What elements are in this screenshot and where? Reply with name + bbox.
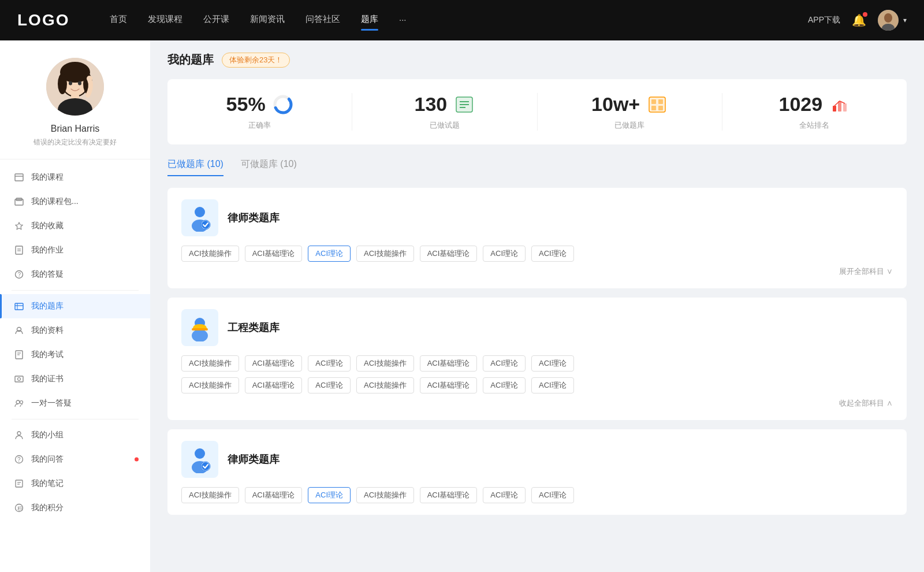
- bank-tag[interactable]: ACI技能操作: [356, 355, 414, 372]
- bank-card-header: 律师类题库: [181, 199, 893, 236]
- bank-tag[interactable]: ACI理论: [483, 377, 526, 393]
- bank-tags-lawyer-2: ACI技能操作 ACI基础理论 ACI理论 ACI技能操作 ACI基础理论 AC…: [181, 487, 893, 503]
- bank-tag[interactable]: ACI理论: [531, 246, 574, 262]
- notification-dot: [863, 12, 867, 17]
- sidebar-item-tutor[interactable]: 一对一答疑: [0, 391, 150, 415]
- bank-tag[interactable]: ACI技能操作: [181, 246, 239, 262]
- bank-expand-lawyer-1[interactable]: 展开全部科目 ∨: [181, 266, 893, 277]
- main-nav: 首页 发现课程 公开课 新闻资讯 问答社区 题库 ···: [110, 14, 808, 27]
- nav-bank[interactable]: 题库: [361, 14, 378, 27]
- sidebar-item-bank-label: 我的题库: [31, 301, 64, 311]
- stat-accuracy-top: 55%: [226, 93, 293, 116]
- logo[interactable]: LOGO: [17, 11, 75, 29]
- sidebar-item-group[interactable]: 我的小组: [0, 423, 150, 447]
- sidebar-item-package[interactable]: 我的课程包...: [0, 190, 150, 214]
- svg-point-45: [278, 99, 288, 110]
- app-download-link[interactable]: APP下载: [808, 15, 840, 25]
- bank-card-lawyer-2: 律师类题库 ACI技能操作 ACI基础理论 ACI理论 ACI技能操作 ACI基…: [167, 429, 907, 515]
- bank-expand-engineer[interactable]: 收起全部科目 ∧: [181, 398, 893, 408]
- bank-tag[interactable]: ACI基础理论: [420, 355, 478, 372]
- nav-more[interactable]: ···: [399, 14, 407, 27]
- tab-done[interactable]: 已做题库 (10): [167, 158, 223, 176]
- nav-discover[interactable]: 发现课程: [148, 14, 182, 27]
- stat-rank: 1029 全站排名: [722, 93, 907, 131]
- bar-chart-icon: [829, 94, 850, 115]
- page-title: 我的题库: [167, 52, 214, 68]
- bank-tag[interactable]: ACI技能操作: [356, 246, 414, 262]
- bank-tag[interactable]: ACI基础理论: [420, 246, 478, 262]
- sidebar-item-package-label: 我的课程包...: [31, 196, 79, 207]
- bank-tag[interactable]: ACI技能操作: [356, 377, 414, 393]
- sidebar-item-favorites[interactable]: 我的收藏: [0, 214, 150, 238]
- svg-point-1: [884, 13, 892, 23]
- question-icon: ?: [14, 269, 24, 280]
- sidebar-item-points[interactable]: 积 我的积分: [0, 496, 150, 520]
- tabs: 已做题库 (10) 可做题库 (10): [167, 158, 907, 176]
- bank-tag[interactable]: ACI理论: [531, 377, 574, 393]
- svg-rect-57: [833, 106, 836, 112]
- bank-card-engineer: 工程类题库 ACI技能操作 ACI基础理论 ACI理论 ACI技能操作 ACI基…: [167, 298, 907, 420]
- bank-tag[interactable]: ACI理论: [308, 355, 351, 372]
- svg-rect-38: [16, 480, 23, 487]
- notification-bell[interactable]: 🔔: [852, 13, 866, 27]
- bank-tag[interactable]: ACI理论: [483, 355, 526, 372]
- svg-point-35: [17, 432, 21, 435]
- exam-icon: [14, 350, 24, 360]
- svg-point-7: [58, 73, 67, 94]
- svg-point-33: [16, 400, 20, 404]
- svg-point-13: [87, 76, 92, 81]
- profile-name: Brian Harris: [51, 124, 99, 134]
- bank-tag[interactable]: ACI理论: [483, 246, 526, 262]
- sidebar-item-notes[interactable]: 我的笔记: [0, 471, 150, 496]
- sidebar-item-favorites-label: 我的收藏: [31, 221, 64, 231]
- chart-donut-icon: [273, 94, 293, 115]
- sidebar-item-exam[interactable]: 我的考试: [0, 343, 150, 367]
- profile-icon: [14, 325, 24, 336]
- nav-open-course[interactable]: 公开课: [203, 14, 229, 27]
- bank-tag[interactable]: ACI基础理论: [245, 377, 303, 393]
- bank-tag-active[interactable]: ACI理论: [308, 246, 351, 262]
- sidebar-item-bank[interactable]: 我的题库: [0, 294, 150, 318]
- sidebar-item-myqa[interactable]: ? 我的问答: [0, 447, 150, 471]
- sidebar-item-myqa-label: 我的问答: [31, 454, 64, 465]
- bank-tag[interactable]: ACI基础理论: [245, 487, 303, 503]
- bank-tags-lawyer-1: ACI技能操作 ACI基础理论 ACI理论 ACI技能操作 ACI基础理论 AC…: [181, 246, 893, 262]
- bank-tag[interactable]: ACI理论: [308, 377, 351, 393]
- bank-tag[interactable]: ACI基础理论: [245, 246, 303, 262]
- sidebar-item-homework-label: 我的作业: [31, 245, 64, 255]
- bank-tag[interactable]: ACI理论: [483, 487, 526, 503]
- stat-rank-label: 全站排名: [799, 120, 829, 131]
- stat-done-banks-number: 10w+: [591, 93, 640, 116]
- main-layout: Brian Harris 错误的决定比没有决定要好 我的课程 我的课程包...: [0, 40, 924, 572]
- bank-tag[interactable]: ACI理论: [531, 355, 574, 372]
- sidebar-item-course[interactable]: 我的课程: [0, 165, 150, 190]
- svg-point-65: [192, 329, 208, 341]
- bank-tag[interactable]: ACI技能操作: [181, 377, 239, 393]
- bank-tag[interactable]: ACI基础理论: [420, 487, 478, 503]
- bank-tag[interactable]: ACI技能操作: [181, 355, 239, 372]
- svg-marker-18: [16, 222, 23, 229]
- sidebar: Brian Harris 错误的决定比没有决定要好 我的课程 我的课程包...: [0, 40, 150, 572]
- tutor-icon: [14, 398, 24, 408]
- bank-tag[interactable]: ACI基础理论: [245, 355, 303, 372]
- svg-point-34: [20, 401, 23, 404]
- main-content: 我的题库 体验剩余23天！ 55% 正确率: [150, 40, 924, 572]
- sidebar-item-qa[interactable]: ? 我的答疑: [0, 262, 150, 287]
- nav-home[interactable]: 首页: [110, 14, 127, 27]
- sidebar-item-profile[interactable]: 我的资料: [0, 318, 150, 343]
- bank-title-engineer: 工程类题库: [228, 321, 280, 335]
- header-right: APP下载 🔔 ▾: [808, 10, 907, 31]
- bank-tag-active[interactable]: ACI理论: [308, 487, 351, 503]
- sidebar-item-cert[interactable]: 我的证书: [0, 367, 150, 391]
- bank-tag[interactable]: ACI理论: [531, 487, 574, 503]
- tab-available[interactable]: 可做题库 (10): [241, 158, 297, 176]
- bank-tag[interactable]: ACI基础理论: [420, 377, 478, 393]
- sidebar-item-homework[interactable]: 我的作业: [0, 238, 150, 262]
- svg-rect-24: [15, 303, 23, 310]
- user-avatar-menu[interactable]: ▾: [878, 10, 907, 31]
- bank-tag[interactable]: ACI技能操作: [181, 487, 239, 503]
- nav-qa[interactable]: 问答社区: [305, 14, 340, 27]
- bank-tag[interactable]: ACI技能操作: [356, 487, 414, 503]
- nav-news[interactable]: 新闻资讯: [250, 14, 285, 27]
- note-icon: [14, 478, 24, 489]
